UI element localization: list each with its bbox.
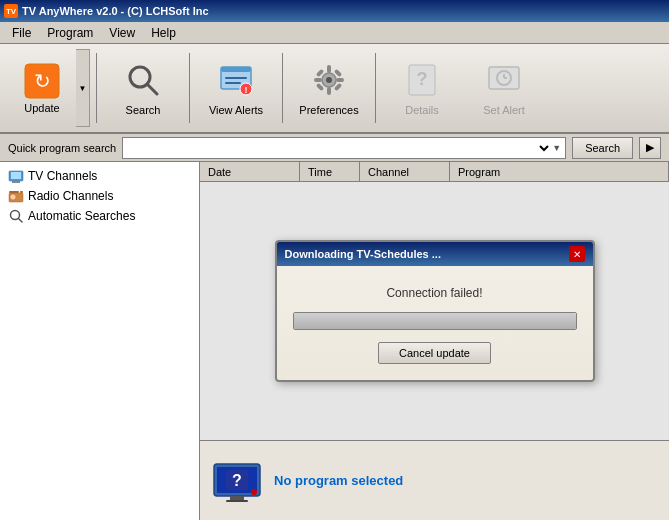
modal-message: Connection failed! <box>386 286 482 300</box>
search-bar: Quick program search ▼ Search ▶ <box>0 134 669 162</box>
svg-rect-32 <box>20 191 23 193</box>
modal-title-bar: Downloading TV-Schedules ... ✕ <box>277 242 593 266</box>
menu-program[interactable]: Program <box>39 24 101 42</box>
sidebar-item-automatic-searches[interactable]: Automatic Searches <box>0 206 199 226</box>
col-header-program[interactable]: Program <box>450 162 669 181</box>
search-bar-label: Quick program search <box>8 142 116 154</box>
modal-overlay: Downloading TV-Schedules ... ✕ Connectio… <box>200 182 669 440</box>
preferences-button[interactable]: Preferences <box>289 49 369 127</box>
update-button-group: ↻ Update ▼ <box>8 49 90 127</box>
menu-view[interactable]: View <box>101 24 143 42</box>
svg-rect-6 <box>225 77 247 79</box>
svg-line-34 <box>19 219 23 223</box>
search-toolbar-icon <box>123 60 163 100</box>
svg-point-41 <box>251 489 257 495</box>
menu-help[interactable]: Help <box>143 24 184 42</box>
radio-channels-icon <box>8 188 24 204</box>
quick-search-select[interactable] <box>127 141 552 155</box>
update-button[interactable]: ↻ Update <box>8 49 76 127</box>
quick-search-combo[interactable]: ▼ <box>122 137 566 159</box>
svg-point-30 <box>10 194 16 200</box>
menu-file[interactable]: File <box>4 24 39 42</box>
main-content: TV Channels Radio Channels Automatic S <box>0 162 669 520</box>
modal-body: Connection failed! Cancel update <box>277 266 593 380</box>
svg-rect-40 <box>226 500 248 502</box>
search-toolbar-label: Search <box>126 104 161 116</box>
svg-rect-13 <box>327 87 331 95</box>
svg-rect-31 <box>9 191 19 193</box>
svg-rect-14 <box>314 78 322 82</box>
set-alert-icon <box>484 60 524 100</box>
search-toolbar-button[interactable]: Search <box>103 49 183 127</box>
toolbar-sep-4 <box>375 53 376 123</box>
toolbar-sep-2 <box>189 53 190 123</box>
sidebar-item-radio-channels[interactable]: Radio Channels <box>0 186 199 206</box>
toolbar-sep-1 <box>96 53 97 123</box>
toolbar: ↻ Update ▼ Search ! <box>0 44 669 134</box>
sidebar-tv-channels-label: TV Channels <box>28 169 97 183</box>
col-header-date[interactable]: Date <box>200 162 300 181</box>
svg-rect-15 <box>336 78 344 82</box>
no-program-text: No program selected <box>274 473 403 488</box>
modal-close-button[interactable]: ✕ <box>569 246 585 262</box>
progress-bar <box>294 313 576 329</box>
col-header-channel[interactable]: Channel <box>360 162 450 181</box>
svg-text:↻: ↻ <box>34 70 51 92</box>
progress-bar-container <box>293 312 577 330</box>
sidebar-radio-channels-label: Radio Channels <box>28 189 113 203</box>
set-alert-label: Set Alert <box>483 104 525 116</box>
update-label: Update <box>24 102 59 114</box>
svg-line-3 <box>147 84 157 94</box>
svg-rect-5 <box>221 67 251 72</box>
preferences-label: Preferences <box>299 104 358 116</box>
app-icon: TV <box>4 4 18 18</box>
toolbar-sep-3 <box>282 53 283 123</box>
svg-rect-27 <box>12 181 20 183</box>
results-body: Downloading TV-Schedules ... ✕ Connectio… <box>200 182 669 440</box>
title-bar: TV TV AnyWhere v2.0 - (C) LCHSoft Inc <box>0 0 669 22</box>
table-header: Date Time Channel Program <box>200 162 669 182</box>
svg-text:?: ? <box>232 472 242 489</box>
update-icon: ↻ <box>23 62 61 102</box>
sidebar-auto-searches-label: Automatic Searches <box>28 209 135 223</box>
details-label: Details <box>405 104 439 116</box>
search-execute-button[interactable]: Search <box>572 137 633 159</box>
menu-bar: File Program View Help <box>0 22 669 44</box>
svg-rect-12 <box>327 65 331 73</box>
search-more-button[interactable]: ▶ <box>639 137 661 159</box>
col-header-time[interactable]: Time <box>300 162 360 181</box>
set-alert-button: Set Alert <box>464 49 544 127</box>
view-alerts-label: View Alerts <box>209 104 263 116</box>
update-dropdown-arrow[interactable]: ▼ <box>76 49 90 127</box>
view-alerts-icon: ! <box>216 60 256 100</box>
sidebar-item-tv-channels[interactable]: TV Channels <box>0 166 199 186</box>
details-button: ? Details <box>382 49 462 127</box>
modal-title: Downloading TV-Schedules ... <box>285 248 441 260</box>
tv-icon: ? <box>212 456 262 506</box>
svg-rect-39 <box>230 496 244 500</box>
svg-point-11 <box>326 77 332 83</box>
sidebar: TV Channels Radio Channels Automatic S <box>0 162 200 520</box>
tv-channels-icon <box>8 168 24 184</box>
window-title: TV AnyWhere v2.0 - (C) LCHSoft Inc <box>22 5 209 17</box>
results-area: Date Time Channel Program Downloading TV… <box>200 162 669 520</box>
auto-searches-icon <box>8 208 24 224</box>
svg-text:?: ? <box>417 69 428 89</box>
combo-arrow-icon: ▼ <box>552 143 561 153</box>
svg-rect-28 <box>11 172 21 179</box>
download-dialog: Downloading TV-Schedules ... ✕ Connectio… <box>275 240 595 382</box>
cancel-update-button[interactable]: Cancel update <box>378 342 491 364</box>
details-icon: ? <box>402 60 442 100</box>
svg-text:!: ! <box>245 85 248 95</box>
view-alerts-button[interactable]: ! View Alerts <box>196 49 276 127</box>
bottom-panel: ? No program selected <box>200 440 669 520</box>
svg-rect-7 <box>225 82 241 84</box>
preferences-icon <box>309 60 349 100</box>
